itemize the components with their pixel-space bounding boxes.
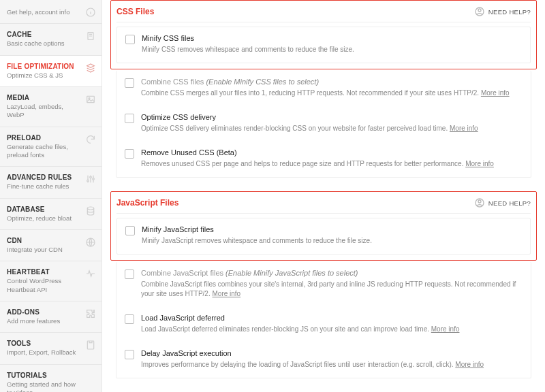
option-desc: Combine JavaScript files combines your s… [141, 280, 523, 299]
main-content: CSS Files NEED HELP? Minify CSS files Mi… [102, 0, 545, 392]
option-hint: (Enable Minify CSS files to select) [206, 78, 319, 86]
option-desc: Combine CSS merges all your files into 1… [141, 88, 523, 98]
svg-point-11 [478, 9, 481, 12]
svg-rect-9 [87, 341, 93, 349]
sliders-icon [85, 174, 96, 186]
css-files-highlight: CSS Files NEED HELP? Minify CSS files Mi… [110, 0, 537, 69]
option-hint: (Enable Minify JavaScript files to selec… [225, 269, 358, 277]
gallery-icon [85, 94, 96, 106]
sidebar-item-title: ADVANCED RULES [7, 174, 95, 181]
sidebar-item-media[interactable]: MEDIALazyLoad, embeds, WebP [0, 87, 102, 127]
page-icon [85, 31, 96, 43]
css-option-row: Minify CSS files Minify CSS removes whit… [117, 27, 530, 63]
more-info-link[interactable]: More info [431, 325, 460, 333]
sidebar-item-cdn[interactable]: CDNIntegrate your CDN [0, 230, 102, 261]
js-option-row: Delay JavaScript execution Improves perf… [116, 342, 531, 378]
svg-point-6 [93, 178, 95, 180]
css-option-row: Optimize CSS delivery Optimize CSS deliv… [116, 106, 531, 142]
js-option-row: Minify JavaScript files Minify JavaScrip… [117, 218, 530, 254]
puzzle-icon [85, 308, 96, 321]
sidebar-item-title: TUTORIALS [7, 372, 95, 379]
need-help-link[interactable]: NEED HELP? [474, 197, 531, 208]
option-title: Delay JavaScript execution [141, 349, 523, 357]
sidebar-item-file-optimization[interactable]: FILE OPTIMIZATIONOptimize CSS & JS [0, 56, 102, 87]
svg-point-5 [90, 176, 92, 178]
option-title: Combine JavaScript files (Enable Minify … [141, 269, 523, 277]
more-info-link[interactable]: More info [450, 125, 478, 132]
sidebar-item-info[interactable]: Get help, account info [0, 0, 102, 24]
checkbox[interactable] [125, 78, 134, 88]
sidebar-item-sub: Getting started and how to videos [7, 380, 95, 392]
css-options-panel: Combine CSS files (Enable Minify CSS fil… [116, 71, 531, 178]
more-info-link[interactable]: More info [455, 361, 484, 368]
checkbox[interactable] [125, 114, 134, 123]
option-title: Minify CSS files [142, 34, 522, 42]
svg-point-7 [87, 207, 93, 210]
sidebar-item-title: DATABASE [7, 206, 95, 213]
refresh-icon [85, 134, 96, 146]
sidebar: Get help, account infoCACHEBasic cache o… [0, 0, 102, 392]
js-options-panel: Combine JavaScript files (Enable Minify … [116, 262, 531, 378]
option-desc: Removes unused CSS per page and helps to… [141, 159, 523, 169]
sidebar-item-heartbeat[interactable]: HEARTBEATControl WordPress Heartbeat API [0, 261, 102, 301]
sidebar-item-sub: Control WordPress Heartbeat API [7, 277, 95, 294]
more-info-link[interactable]: More info [465, 160, 494, 167]
option-desc: Minify CSS removes whitespace and commen… [142, 45, 522, 54]
sidebar-item-cache[interactable]: CACHEBasic cache options [0, 24, 102, 55]
checkbox[interactable] [125, 35, 135, 44]
sidebar-item-title: MEDIA [7, 94, 95, 101]
option-title: Remove Unused CSS (Beta) [141, 148, 523, 157]
sidebar-item-add-ons[interactable]: ADD-ONSAdd more features [0, 301, 102, 333]
option-desc: Optimize CSS delivery eliminates render-… [141, 124, 523, 133]
css-minify-panel: Minify CSS files Minify CSS removes whit… [116, 27, 531, 63]
sidebar-item-title: PRELOAD [7, 134, 95, 142]
sidebar-item-tutorials[interactable]: TUTORIALSGetting started and how to vide… [0, 365, 102, 392]
sidebar-item-sub: Fine-tune cache rules [7, 182, 95, 191]
sidebar-item-title: CDN [7, 237, 95, 244]
option-title: Load JavaScript deferred [141, 314, 523, 322]
checkbox[interactable] [125, 149, 134, 159]
sidebar-item-sub: Integrate your CDN [7, 246, 95, 254]
sidebar-item-title: FILE OPTIMIZATION [7, 63, 95, 70]
svg-point-13 [478, 200, 481, 203]
need-help-label: NEED HELP? [488, 8, 531, 16]
js-option-row: Combine JavaScript files (Enable Minify … [116, 262, 531, 307]
checkbox[interactable] [125, 314, 134, 324]
sidebar-item-sub: Basic cache options [7, 39, 95, 48]
js-option-row: Load JavaScript deferred Load JavaScript… [116, 307, 531, 342]
help-icon [474, 6, 485, 17]
option-desc: Minify JavaScript removes whitespace and… [142, 236, 522, 246]
sidebar-item-tools[interactable]: TOOLSImport, Export, Rollback [0, 333, 102, 364]
info-icon [85, 7, 96, 19]
svg-point-4 [87, 180, 89, 182]
stack-icon [85, 63, 96, 75]
sidebar-item-preload[interactable]: PRELOADGenerate cache files, preload fon… [0, 127, 102, 167]
sidebar-item-sub: Optimize, reduce bloat [7, 214, 95, 223]
sidebar-item-sub: Import, Export, Rollback [7, 348, 95, 357]
option-desc: Load JavaScript deferred eliminates rend… [141, 325, 523, 334]
need-help-label: NEED HELP? [488, 199, 531, 207]
more-info-link[interactable]: More info [212, 290, 240, 297]
database-icon [85, 206, 96, 218]
option-title: Minify JavaScript files [142, 225, 522, 233]
more-info-link[interactable]: More info [481, 89, 510, 97]
need-help-link[interactable]: NEED HELP? [474, 6, 531, 17]
sidebar-item-sub: Get help, account info [7, 8, 95, 16]
checkbox[interactable] [125, 350, 134, 359]
help-icon [474, 197, 485, 208]
checkbox[interactable] [125, 270, 134, 279]
sidebar-item-sub: Generate cache files, preload fonts [7, 143, 95, 160]
js-files-highlight: JavaScript Files NEED HELP? Minify JavaS… [110, 191, 537, 261]
sidebar-item-database[interactable]: DATABASEOptimize, reduce bloat [0, 199, 102, 230]
sidebar-item-sub: Optimize CSS & JS [7, 71, 95, 80]
globe-icon [85, 237, 96, 249]
js-minify-panel: Minify JavaScript files Minify JavaScrip… [116, 218, 531, 255]
option-title: Optimize CSS delivery [141, 113, 523, 121]
js-section-title: JavaScript Files [116, 198, 178, 208]
tool-icon [85, 340, 96, 352]
sidebar-item-advanced-rules[interactable]: ADVANCED RULESFine-tune cache rules [0, 167, 102, 198]
checkbox[interactable] [125, 226, 135, 235]
css-option-row: Remove Unused CSS (Beta) Removes unused … [116, 142, 531, 177]
sidebar-item-sub: Add more features [7, 317, 95, 325]
sidebar-item-title: HEARTBEAT [7, 268, 95, 276]
